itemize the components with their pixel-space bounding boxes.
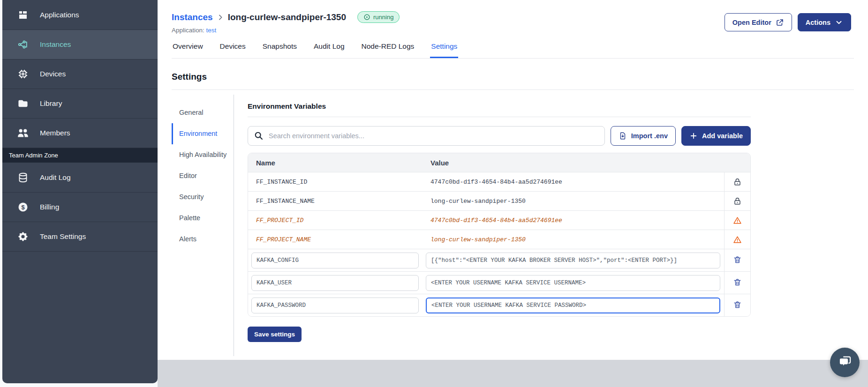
env-name-cell [248,275,423,291]
sidebar-item-label: Library [40,99,62,108]
env-row-actions [724,294,750,316]
instances-icon [17,39,29,50]
team-admin-zone-label: Team Admin Zone [2,148,158,163]
trash-icon [733,278,742,287]
env-row-actions [724,192,750,210]
chevron-right-icon [217,14,224,21]
breadcrumb-instances-link[interactable]: Instances [172,12,213,22]
delete-variable-button[interactable] [733,255,742,266]
env-value-text: long-curlew-sandpiper-1350 [423,236,724,243]
actions-button[interactable]: Actions [798,13,851,31]
env-name-text: FF_INSTANCE_ID [248,179,423,186]
search-input[interactable] [248,126,605,146]
trash-icon [733,300,742,309]
environment-section: Environment Variables Impo [248,95,751,356]
settings-page: Settings GeneralEnvironmentHigh Availabi… [158,59,868,356]
env-row-actions [724,172,750,191]
tab-overview[interactable]: Overview [172,42,204,58]
env-name-text: FF_INSTANCE_NAME [248,198,423,205]
actions-label: Actions [806,19,830,26]
env-row-actions [724,230,750,249]
tab-settings[interactable]: Settings [430,42,458,58]
import-env-label: Import .env [631,132,668,140]
trash-icon [733,255,742,264]
sidebar-item-devices[interactable]: Devices [2,59,158,89]
settings-nav-alerts[interactable]: Alerts [172,229,234,250]
env-name-text: FF_PROJECT_NAME [248,236,423,243]
env-row-actions [724,249,750,271]
env-value-input[interactable] [426,298,720,313]
settings-grid: GeneralEnvironmentHigh AvailabilityEdito… [172,95,854,356]
tab-audit-log[interactable]: Audit Log [313,42,346,58]
billing-icon: $ [17,201,29,213]
env-row-kafka-user [248,271,750,294]
sidebar-item-label: Devices [40,70,66,78]
status-badge: running [357,11,400,23]
env-value-text: 4747c0bd-d1f3-4654-84b4-aa5d274691ee [423,179,724,186]
app-window: ApplicationsInstancesDevicesLibraryMembe… [0,0,868,387]
env-name-cell [248,298,423,313]
sidebar-item-library[interactable]: Library [2,89,158,118]
env-value-cell [423,298,724,313]
tab-node-red-logs[interactable]: Node-RED Logs [361,42,415,58]
env-row-actions [724,211,750,230]
sidebar-item-members[interactable]: Members [2,118,158,148]
env-name-input[interactable] [251,298,419,313]
tab-snapshots[interactable]: Snapshots [262,42,298,58]
delete-variable-button[interactable] [733,278,742,288]
tab-devices[interactable]: Devices [219,42,247,58]
settings-nav-high-availability[interactable]: High Availability [172,144,234,165]
open-editor-button[interactable]: Open Editor [725,13,792,31]
sidebar-item-billing[interactable]: $Billing [2,192,158,222]
env-value-input[interactable] [426,253,720,268]
env-row-actions [724,272,750,294]
application-label: Application: [172,27,204,34]
settings-nav-general[interactable]: General [172,102,234,123]
chat-widget-button[interactable] [830,348,860,377]
search-wrap [248,126,605,146]
env-row-ff-project-name: FF_PROJECT_NAMElong-curlew-sandpiper-135… [248,230,750,249]
audit-log-icon [17,172,29,183]
applications-icon [17,9,29,21]
main-area: Instances long-curlew-sandpiper-1350 run… [158,0,868,387]
warning-icon [733,235,742,244]
sidebar-item-applications[interactable]: Applications [2,0,158,30]
delete-variable-button[interactable] [733,300,742,311]
env-name-cell [248,253,423,268]
sidebar-admin-nav: Audit Log$BillingTeam Settings [2,163,158,251]
application-link[interactable]: test [206,27,217,34]
sidebar-item-label: Applications [40,11,79,19]
sidebar-item-audit-log[interactable]: Audit Log [2,163,158,192]
env-value-cell [423,253,724,268]
env-value-text: 4747c0bd-d1f3-4654-84b4-aa5d274691ee [423,217,724,224]
settings-nav-editor[interactable]: Editor [172,165,234,186]
sidebar-item-team-settings[interactable]: Team Settings [2,222,158,251]
title-divider [172,89,854,90]
page-title: Settings [172,72,854,82]
env-name-input[interactable] [251,253,419,268]
team-settings-icon [17,231,29,242]
column-header-value: Value [423,159,724,167]
external-link-icon [776,18,784,27]
chat-bubbles-icon [838,354,853,371]
settings-nav-environment[interactable]: Environment [172,123,234,144]
members-icon [17,127,29,139]
add-variable-label: Add variable [702,132,743,140]
env-value-input[interactable] [426,275,720,291]
settings-nav-security[interactable]: Security [172,186,234,208]
save-settings-button[interactable]: Save settings [248,327,302,342]
sidebar-filler [2,251,158,383]
warning-icon [733,216,742,225]
column-header-name: Name [248,159,423,167]
sidebar-item-label: Instances [40,40,71,49]
env-row-kafka-config [248,249,750,271]
lock-icon [733,178,742,186]
sidebar-item-instances[interactable]: Instances [2,30,158,59]
add-variable-button[interactable]: Add variable [681,126,751,146]
open-editor-label: Open Editor [732,19,771,26]
status-badge-label: running [373,14,393,21]
import-env-button[interactable]: Import .env [611,126,676,146]
settings-nav-palette[interactable]: Palette [172,208,234,229]
page-header: Instances long-curlew-sandpiper-1350 run… [158,0,868,34]
env-name-input[interactable] [251,275,419,291]
